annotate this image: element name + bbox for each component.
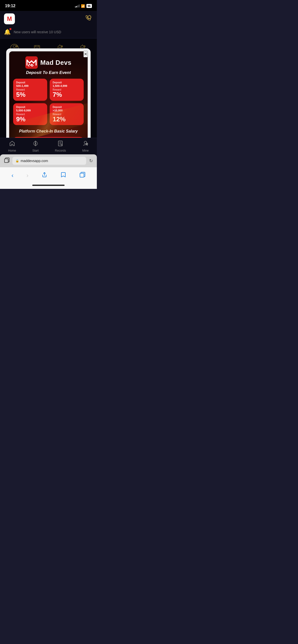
svg-rect-29 [5, 159, 8, 162]
browser-share-button[interactable] [39, 171, 50, 180]
nav-label-records: Records [55, 149, 66, 152]
nav-item-home[interactable]: Home [4, 140, 20, 152]
notification-bar: 🔔 New users will receive 10 USD [0, 27, 97, 38]
modal-inner: Mad Devs Deposit To Earn Event Deposit 5… [9, 51, 88, 138]
deposit-grid: Deposit 500-1,499 Reward 5% Deposit 1,50… [13, 79, 84, 125]
modal-logo [25, 56, 38, 69]
browser-navigation: ‹ › [0, 167, 97, 183]
browser-url-bar[interactable]: 🔒 maddevsapp.com [13, 157, 86, 165]
browser-back-button[interactable]: ‹ [9, 171, 16, 180]
modal-header: Mad Devs [13, 56, 84, 69]
checkin-card-1[interactable]: Complete Check-In 5 Days Salary $800 [13, 137, 84, 138]
deposit-label-4: Deposit [53, 106, 81, 108]
reward-label-3: Reward [16, 113, 44, 116]
status-icons: 📶 96 [75, 4, 92, 8]
wifi-icon: 📶 [81, 4, 85, 8]
status-time: 19:12 [5, 4, 16, 8]
main-content-area: + [0, 38, 97, 138]
browser-tabs-button[interactable] [77, 171, 88, 180]
reload-icon[interactable]: ↻ [89, 158, 93, 164]
signal-bar-4 [79, 4, 80, 8]
signal-bar-1 [75, 6, 76, 8]
checkin-section-title: Platform Check-In Basic Salary [13, 129, 84, 134]
home-indicator-bar [32, 185, 65, 186]
signal-bar-3 [78, 5, 78, 8]
nav-item-records[interactable]: Records [51, 140, 70, 152]
deposit-card-1: Deposit 500-1,499 Reward 5% [13, 79, 47, 101]
reward-label-1: Reward [16, 88, 44, 91]
app-logo[interactable]: M [4, 14, 15, 24]
battery-indicator: 96 [86, 4, 92, 8]
notification-text: New users will receive 10 USD [14, 30, 61, 34]
records-icon [57, 140, 63, 148]
deposit-amount-4: >10,000 [53, 109, 81, 112]
signal-bar-2 [76, 6, 77, 8]
app-wrapper: 19:12 📶 96 M 🔔 [0, 0, 97, 189]
lock-icon: 🔒 [16, 159, 19, 162]
modal-container: × ‹ › [6, 48, 91, 138]
modal-subtitle: Deposit To Earn Event [13, 70, 84, 75]
browser-bar: 🔒 maddevsapp.com ↻ [0, 154, 97, 167]
notification-dot [10, 28, 12, 30]
status-bar: 19:12 📶 96 [0, 0, 97, 11]
browser-bookmarks-button[interactable] [58, 171, 69, 180]
deposit-label-1: Deposit [16, 81, 44, 84]
deposit-amount-2: 1,500-4,999 [53, 84, 81, 87]
mine-icon: → [83, 140, 88, 148]
nav-label-mine: Mine [82, 149, 89, 152]
url-text: maddevsapp.com [21, 159, 48, 163]
deposit-card-2: Deposit 1,500-4,999 Reward 7% [50, 79, 84, 101]
app-header: M [0, 11, 97, 27]
call-icon[interactable] [84, 14, 93, 24]
bell-icon[interactable]: 🔔 [4, 29, 11, 35]
home-icon [9, 140, 15, 148]
reward-value-1: 5% [16, 91, 44, 98]
bottom-navigation: Home Start Records [0, 138, 97, 154]
signal-bars-icon [75, 4, 80, 8]
reward-value-2: 7% [53, 91, 81, 98]
nav-item-start[interactable]: Start [28, 140, 43, 152]
reward-label-4: Reward [53, 113, 81, 116]
nav-item-mine[interactable]: → Mine [78, 140, 93, 152]
modal-overlay: × ‹ › [0, 38, 97, 138]
start-icon [33, 140, 39, 148]
svg-rect-30 [80, 173, 84, 177]
nav-label-home: Home [8, 149, 16, 152]
svg-text:→: → [86, 144, 88, 145]
deposit-amount-3: 5,000-9,999 [16, 109, 44, 112]
deposit-card-4: Deposit >10,000 Reward 12% [50, 103, 84, 125]
modal-close-button[interactable]: × [83, 51, 88, 57]
reward-value-3: 9% [16, 116, 44, 123]
app-logo-letter: M [7, 16, 12, 22]
nav-label-start: Start [32, 149, 39, 152]
deposit-amount-1: 500-1,499 [16, 84, 44, 87]
deposit-card-3: Deposit 5,000-9,999 Reward 9% [13, 103, 47, 125]
deposit-label-3: Deposit [16, 106, 44, 108]
reward-label-2: Reward [53, 88, 81, 91]
browser-tabs-icon[interactable] [4, 158, 10, 164]
modal-brand-name: Mad Devs [40, 59, 71, 66]
reward-value-4: 12% [53, 116, 81, 123]
deposit-label-2: Deposit [53, 81, 81, 84]
browser-forward-button[interactable]: › [24, 171, 31, 180]
home-indicator [0, 183, 97, 189]
